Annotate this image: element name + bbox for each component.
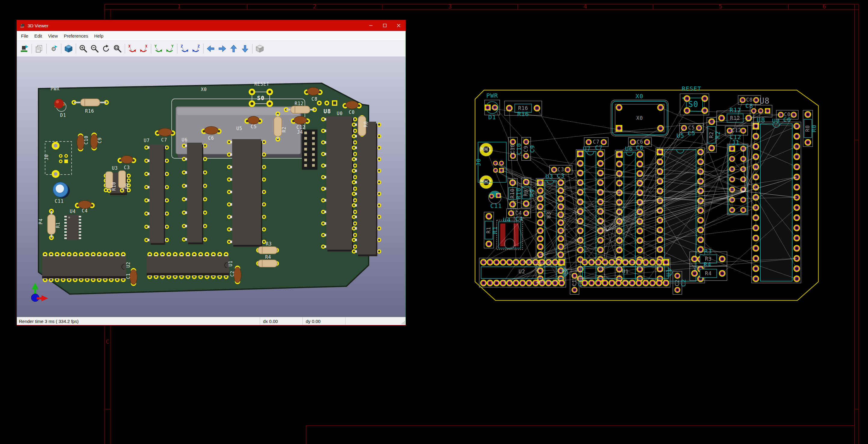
tool-rotate-y-neg[interactable]: Y — [153, 43, 164, 55]
svg-text:C8: C8 — [745, 102, 753, 109]
svg-text:R12: R12 — [294, 101, 304, 106]
svg-text:J1: J1 — [732, 139, 740, 146]
tool-ortho-view[interactable] — [254, 43, 266, 55]
tool-zoom-in[interactable] — [78, 43, 89, 55]
title-bar[interactable]: 3D Viewer — [17, 20, 406, 31]
menu-help[interactable]: Help — [91, 31, 106, 40]
resize-grip[interactable] — [401, 321, 405, 325]
pcb-component-C11[interactable]: C11 — [489, 191, 502, 209]
tool-zoom-to-fit[interactable] — [112, 43, 123, 55]
menu-bar: File Edit View Preferences Help — [17, 31, 406, 41]
svg-text:U1: U1 — [228, 261, 233, 267]
svg-text:1: 1 — [177, 3, 181, 10]
toolbar-separator — [46, 44, 46, 54]
pcb-component-MH2[interactable]: MH2 — [479, 175, 493, 189]
svg-text:U1: U1 — [665, 269, 672, 277]
svg-text:Z: Z — [197, 44, 200, 48]
board3d-part-J4 — [302, 130, 317, 170]
pcb-component-U4[interactable]: U4 — [503, 216, 511, 224]
svg-text:PWR: PWR — [51, 86, 60, 92]
svg-text:J0: J0 — [44, 154, 49, 160]
svg-text:R1: R1 — [486, 227, 492, 233]
tool-reload-board[interactable] — [19, 43, 30, 55]
toolbar: ⚙XXYYZZ — [17, 41, 406, 57]
menu-preferences[interactable]: Preferences — [61, 31, 91, 40]
svg-text:R9: R9 — [523, 190, 529, 196]
svg-text:D1: D1 — [60, 113, 66, 118]
svg-text:X0: X0 — [636, 115, 643, 121]
svg-text:⚙: ⚙ — [52, 44, 56, 53]
status-bar: Render time 3 ms ( 334.2 fps) dx 0.00 dy… — [17, 317, 406, 325]
menu-file[interactable]: File — [18, 31, 31, 40]
tool-redraw[interactable] — [100, 43, 112, 55]
minimize-button[interactable] — [364, 20, 378, 31]
board3d-part-C10 — [77, 133, 84, 151]
desktop: { "frame": { "line_color": "#570404", "t… — [0, 0, 868, 444]
svg-text:S0: S0 — [257, 95, 265, 101]
toolbar-separator — [252, 44, 253, 54]
tool-move-right[interactable] — [216, 43, 228, 55]
board3d-part-dip_v — [321, 116, 357, 251]
viewport-3d[interactable]: PWRD1R16J0C10C9C3U3C11R10R9R1P4U4C4X0U7C… — [17, 57, 406, 317]
toolbar-separator — [76, 44, 76, 54]
svg-text:Y: Y — [155, 44, 157, 48]
svg-text:U3: U3 — [546, 212, 552, 218]
menu-edit[interactable]: Edit — [31, 31, 45, 40]
svg-text:C7: C7 — [161, 137, 167, 143]
svg-text:R2: R2 — [708, 132, 714, 138]
svg-text:C11: C11 — [490, 202, 502, 209]
tool-copy-image[interactable] — [33, 43, 45, 55]
svg-text:C9: C9 — [529, 145, 536, 152]
maximize-button[interactable] — [378, 20, 392, 31]
svg-text:X0: X0 — [201, 87, 207, 92]
svg-text:C4: C4 — [82, 208, 88, 214]
board-3d-render: PWRD1R16J0C10C9C3U3C11R10R9R1P4U4C4X0U7C… — [17, 57, 406, 317]
svg-text:RESET: RESET — [254, 81, 269, 87]
menu-view[interactable]: View — [45, 31, 61, 40]
tool-rotate-z-pos[interactable]: Z — [179, 43, 190, 55]
svg-text:R1: R1 — [491, 226, 498, 234]
board3d-part-C9 — [91, 133, 98, 150]
svg-text:R12: R12 — [730, 115, 740, 121]
svg-text:C9: C9 — [97, 137, 102, 143]
svg-text:C7: C7 — [595, 144, 603, 151]
app-icon — [20, 23, 26, 29]
svg-text:R4: R4 — [705, 270, 712, 276]
board3d-part-R4 — [256, 260, 279, 267]
tool-rotate-z-neg[interactable]: Z — [190, 43, 202, 55]
svg-text:C8: C8 — [746, 97, 752, 103]
toolbar-separator — [32, 44, 32, 54]
svg-text:U5: U5 — [236, 126, 242, 131]
tool-move-left[interactable] — [205, 43, 216, 55]
toolbar-separator — [61, 44, 61, 54]
tool-zoom-out[interactable] — [89, 43, 100, 55]
close-button[interactable] — [392, 20, 406, 31]
svg-text:U4: U4 — [70, 209, 76, 214]
svg-text:MH2: MH2 — [480, 178, 492, 185]
svg-text:J0: J0 — [475, 158, 482, 166]
svg-text:U3: U3 — [112, 166, 118, 171]
svg-text:2: 2 — [313, 3, 317, 10]
svg-text:R4: R4 — [265, 254, 271, 260]
board3d-part-dip_v — [227, 139, 266, 247]
tool-move-down[interactable] — [239, 43, 251, 55]
tool-rotate-x-neg[interactable]: X — [127, 43, 138, 55]
tool-rotate-x-pos[interactable]: X — [138, 43, 149, 55]
board3d-part-U4 — [64, 215, 81, 240]
svg-text:U7: U7 — [144, 138, 150, 143]
tool-render-options[interactable]: ⚙ — [48, 43, 60, 55]
svg-text:U6: U6 — [182, 137, 188, 143]
svg-text:R2: R2 — [714, 131, 721, 139]
tool-rotate-y-pos[interactable]: Y — [164, 43, 176, 55]
status-dy: dy 0.00 — [303, 317, 345, 325]
svg-text:5: 5 — [719, 3, 722, 10]
svg-text:U4: U4 — [503, 216, 511, 224]
svg-text:R10: R10 — [509, 189, 515, 199]
svg-text:3: 3 — [448, 3, 452, 10]
svg-text:C10: C10 — [84, 135, 89, 144]
tool-move-up[interactable] — [228, 43, 239, 55]
status-render-time: Render time 3 ms ( 334.2 fps) — [17, 319, 260, 324]
svg-text:4: 4 — [583, 3, 587, 10]
svg-text:C2: C2 — [680, 279, 687, 286]
tool-render-current-view[interactable] — [63, 43, 74, 55]
